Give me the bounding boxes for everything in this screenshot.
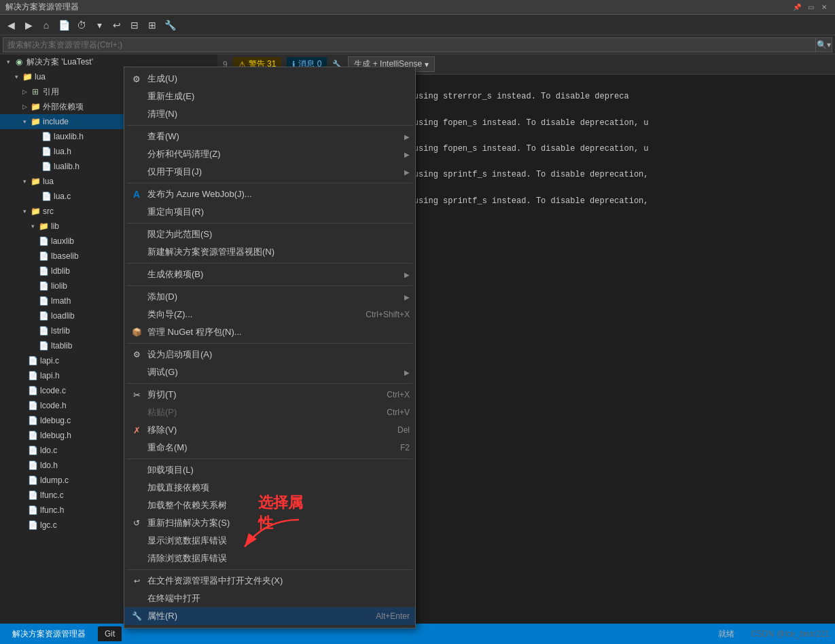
menu-view-label: 查看(W) <box>147 130 402 143</box>
spacer <box>30 161 41 172</box>
retarget-icon <box>130 205 143 219</box>
menu-classview-label: 类向导(Z)... <box>147 308 355 321</box>
properties-icon: 🔧 <box>130 609 143 623</box>
ready-text: 就绪 <box>718 628 734 640</box>
clearbrowse-icon <box>130 552 143 565</box>
menu-properties[interactable]: 🔧 属性(R) Alt+Enter <box>124 607 415 625</box>
lgc-c-label: lgc.c <box>40 520 57 530</box>
unload-icon <box>130 463 143 477</box>
lib-label: lib <box>51 221 59 231</box>
classview-shortcut: Ctrl+Shift+X <box>366 310 410 319</box>
back2-button[interactable]: ↩ <box>109 17 125 33</box>
clean-icon <box>130 107 143 121</box>
file-icon: 📄 <box>38 251 49 262</box>
debug-icon <box>130 365 143 379</box>
menu-debug[interactable]: 调试(G) ▶ <box>124 363 415 381</box>
nuget-icon: 📦 <box>130 325 143 339</box>
separator-3 <box>127 223 412 223</box>
file-icon: 📄 <box>27 490 38 501</box>
menu-add-label: 添加(D) <box>147 291 402 303</box>
home-button[interactable]: ⌂ <box>38 17 54 33</box>
settings-button[interactable]: 🔧 <box>162 17 178 33</box>
menu-properties-label: 属性(R) <box>147 610 365 622</box>
split-vertical-button[interactable]: ⊟ <box>126 17 143 33</box>
menu-setstartup-label: 设为启动项目(A) <box>147 348 410 361</box>
pin-button[interactable]: 📌 <box>792 2 802 13</box>
menu-nuget-label: 管理 NuGet 程序包(N)... <box>147 326 410 338</box>
ltablib-label: ltablib <box>51 341 72 351</box>
classview-icon <box>130 308 143 321</box>
menu-newview[interactable]: 新建解决方案资源管理器视图(N) <box>124 243 415 261</box>
new-solution-button[interactable]: 📄 <box>56 17 72 33</box>
build-icon: ⚙ <box>130 72 143 86</box>
remove-shortcut: Del <box>397 425 410 435</box>
menu-scope[interactable]: 限定为此范围(S) <box>124 226 415 243</box>
menu-scope-label: 限定为此范围(S) <box>147 228 410 240</box>
search-input[interactable] <box>3 37 816 52</box>
menu-openterminal[interactable]: 在终端中打开 <box>124 590 415 607</box>
folder-icon: 📁 <box>30 116 41 127</box>
separator-9 <box>127 569 412 570</box>
lualib-h-label: lualib.h <box>54 162 79 171</box>
menu-add[interactable]: 添加(D) ▶ <box>124 288 415 306</box>
browseerr-icon <box>130 534 143 548</box>
timer-button[interactable]: ⏱ <box>73 17 90 33</box>
menu-setstartup[interactable]: ⚙ 设为启动项目(A) <box>124 346 415 363</box>
submenu-arrow: ▶ <box>404 293 410 301</box>
menu-classview[interactable]: 类向导(Z)... Ctrl+Shift+X <box>124 306 415 323</box>
menu-rename[interactable]: 重命名(M) F2 <box>124 439 415 457</box>
projectonly-icon <box>130 165 143 179</box>
menu-analyze[interactable]: 分析和代码清理(Z) ▶ <box>124 145 415 163</box>
close-button[interactable]: ✕ <box>819 2 830 13</box>
extdeps-label: 外部依赖项 <box>43 101 84 113</box>
menu-openinfolder[interactable]: ↩ 在文件资源管理器中打开文件夹(X) <box>124 572 415 590</box>
ldump-c-label: ldump.c <box>40 476 69 485</box>
file-icon: 📄 <box>38 310 49 321</box>
forward-button[interactable]: ▶ <box>20 17 37 33</box>
back-button[interactable]: ◀ <box>3 17 19 33</box>
azure-icon: A <box>130 187 143 201</box>
folder-icon: 📁 <box>30 176 41 187</box>
menu-unload[interactable]: 卸载项目(L) <box>124 461 415 479</box>
status-tab-git[interactable]: Git <box>98 626 122 641</box>
file-icon: 📄 <box>27 415 38 426</box>
lua-h-label: lua.h <box>54 147 71 156</box>
lapi-h-label: lapi.h <box>40 371 60 380</box>
lbaselib-label: lbaselib <box>51 251 79 261</box>
menu-cut[interactable]: ✂ 剪切(T) Ctrl+X <box>124 386 415 404</box>
menu-openinfolder-label: 在文件资源管理器中打开文件夹(X) <box>147 575 410 587</box>
file-icon: 📄 <box>41 191 52 202</box>
menu-remove[interactable]: ✗ 移除(V) Del <box>124 421 415 439</box>
expand-icon: ▾ <box>19 176 30 187</box>
project-icon: 📁 <box>22 71 33 82</box>
expand-icon: ▾ <box>11 71 22 82</box>
menu-clean[interactable]: 清理(N) <box>124 105 415 123</box>
search-bar: 🔍▾ <box>0 35 835 54</box>
status-tab-solution[interactable]: 解决方案资源管理器 <box>5 626 92 643</box>
search-icon-button[interactable]: 🔍▾ <box>816 37 832 52</box>
lstrlib-label: lstrlib <box>51 326 70 336</box>
menu-view[interactable]: 查看(W) ▶ <box>124 128 415 145</box>
openterminal-icon <box>130 592 143 605</box>
menu-builddeps[interactable]: 生成依赖项(B) ▶ <box>124 266 415 283</box>
history-dropdown[interactable]: ▾ <box>91 17 107 33</box>
menu-rebuild[interactable]: 重新生成(E) <box>124 88 415 105</box>
menu-nuget[interactable]: 📦 管理 NuGet 程序包(N)... <box>124 323 415 341</box>
solution-tab-label: 解决方案资源管理器 <box>12 629 86 639</box>
file-icon: 📄 <box>38 281 49 291</box>
menu-azure[interactable]: A 发布为 Azure WebJob(J)... <box>124 185 415 203</box>
menu-rebuild-label: 重新生成(E) <box>147 90 410 103</box>
menu-projectonly[interactable]: 仅用于项目(J) ▶ <box>124 163 415 181</box>
float-button[interactable]: ▭ <box>805 2 816 13</box>
menu-retarget[interactable]: 重定向项目(R) <box>124 203 415 221</box>
folder-icon: 📁 <box>30 206 41 217</box>
folder-icon: 📁 <box>38 221 49 232</box>
menu-build[interactable]: ⚙ 生成(U) <box>124 70 415 88</box>
add-icon <box>130 290 143 304</box>
title-bar-controls: 📌 ▭ ✕ <box>792 2 830 13</box>
file-icon: 📄 <box>27 520 38 531</box>
menu-cut-label: 剪切(T) <box>147 389 376 401</box>
separator-1 <box>127 125 412 126</box>
toolbar: ◀ ▶ ⌂ 📄 ⏱ ▾ ↩ ⊟ ⊞ 🔧 <box>0 15 835 35</box>
split-horizontal-button[interactable]: ⊞ <box>144 17 160 33</box>
